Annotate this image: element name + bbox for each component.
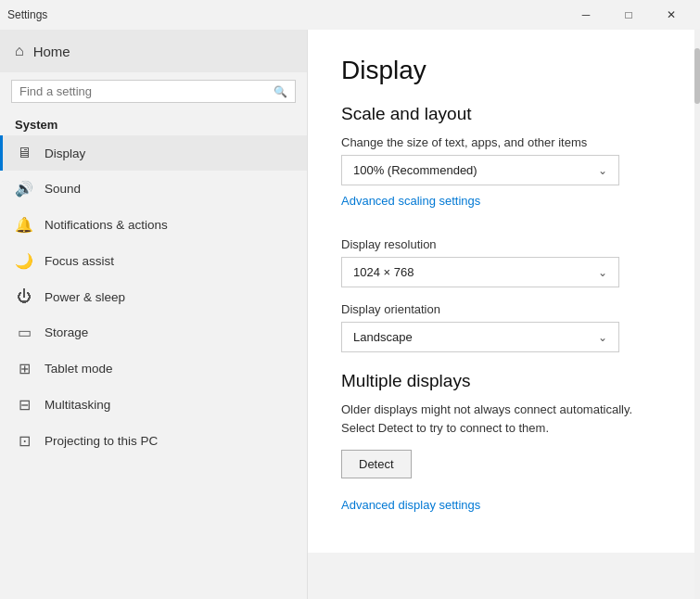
sidebar-item-label: Projecting to this PC xyxy=(45,434,158,448)
sidebar-section-title: System xyxy=(0,110,307,135)
home-label: Home xyxy=(33,44,70,59)
orientation-dropdown-value: Landscape xyxy=(353,330,413,344)
scrollbar-track xyxy=(694,30,700,599)
resolution-field: Display resolution 1024 × 768 ⌄ xyxy=(341,237,667,287)
sidebar-item-label: Power & sleep xyxy=(45,290,125,304)
scale-dropdown-value: 100% (Recommended) xyxy=(353,163,477,177)
sidebar-item-storage[interactable]: ▭ Storage xyxy=(0,314,307,350)
page-title: Display xyxy=(341,56,667,85)
app-body: ⌂ Home 🔍 System 🖥 Display 🔊 Sound 🔔 Noti… xyxy=(0,30,700,599)
sidebar-item-display[interactable]: 🖥 Display xyxy=(0,135,307,171)
sidebar-item-label: Storage xyxy=(45,325,88,339)
sidebar-item-label: Focus assist xyxy=(45,254,114,268)
search-icon: 🔍 xyxy=(274,85,287,98)
sidebar-item-label: Multitasking xyxy=(45,398,110,412)
sidebar-item-focus[interactable]: 🌙 Focus assist xyxy=(0,243,307,279)
maximize-button[interactable]: □ xyxy=(607,0,650,30)
sidebar-item-tablet[interactable]: ⊞ Tablet mode xyxy=(0,350,307,387)
titlebar-title: Settings xyxy=(7,8,565,21)
resolution-label: Display resolution xyxy=(341,237,667,251)
multiple-displays-info: Older displays might not always connect … xyxy=(341,401,667,437)
tablet-icon: ⊞ xyxy=(15,360,33,377)
orientation-dropdown-arrow: ⌄ xyxy=(598,331,607,344)
resolution-dropdown[interactable]: 1024 × 768 ⌄ xyxy=(341,257,619,287)
main-wrapper: Display Scale and layout Change the size… xyxy=(308,30,700,599)
scale-dropdown[interactable]: 100% (Recommended) ⌄ xyxy=(341,155,619,185)
orientation-field: Display orientation Landscape ⌄ xyxy=(341,302,667,352)
detect-button[interactable]: Detect xyxy=(341,450,412,478)
power-icon: ⏻ xyxy=(15,288,33,305)
sidebar-item-power[interactable]: ⏻ Power & sleep xyxy=(0,279,307,314)
info-text-2: Select Detect to try to connect to them. xyxy=(341,421,549,435)
notifications-icon: 🔔 xyxy=(15,216,33,234)
titlebar: Settings ─ □ ✕ xyxy=(0,0,700,30)
scale-dropdown-arrow: ⌄ xyxy=(598,164,607,177)
sidebar-item-label: Notifications & actions xyxy=(45,218,168,232)
search-box: 🔍 xyxy=(11,80,296,103)
scrollbar-thumb[interactable] xyxy=(694,48,700,104)
minimize-button[interactable]: ─ xyxy=(565,0,607,30)
display-icon: 🖥 xyxy=(15,145,33,161)
focus-icon: 🌙 xyxy=(15,252,33,270)
resolution-dropdown-value: 1024 × 768 xyxy=(353,265,414,279)
multitasking-icon: ⊟ xyxy=(15,396,33,414)
sidebar-item-notifications[interactable]: 🔔 Notifications & actions xyxy=(0,207,307,243)
resolution-dropdown-arrow: ⌄ xyxy=(598,266,607,279)
advanced-display-link[interactable]: Advanced display settings xyxy=(341,498,480,512)
search-input[interactable] xyxy=(19,84,274,98)
projecting-icon: ⊡ xyxy=(15,432,33,450)
main-content: Display Scale and layout Change the size… xyxy=(308,30,700,553)
scale-section-title: Scale and layout xyxy=(341,104,667,124)
sidebar-item-label: Sound xyxy=(45,182,81,196)
sidebar-item-sound[interactable]: 🔊 Sound xyxy=(0,171,307,207)
close-button[interactable]: ✕ xyxy=(650,0,693,30)
sound-icon: 🔊 xyxy=(15,180,33,198)
info-text-1: Older displays might not always connect … xyxy=(341,402,632,416)
orientation-label: Display orientation xyxy=(341,302,667,316)
advanced-scaling-link[interactable]: Advanced scaling settings xyxy=(341,194,480,208)
sidebar-item-multitasking[interactable]: ⊟ Multitasking xyxy=(0,387,307,423)
storage-icon: ▭ xyxy=(15,324,33,341)
titlebar-controls: ─ □ ✕ xyxy=(565,0,693,30)
scale-label: Change the size of text, apps, and other… xyxy=(341,135,667,149)
sidebar-item-label: Tablet mode xyxy=(45,362,113,376)
sidebar-home-item[interactable]: ⌂ Home xyxy=(0,30,307,72)
orientation-dropdown[interactable]: Landscape ⌄ xyxy=(341,322,619,352)
multiple-displays-section: Multiple displays Older displays might n… xyxy=(341,371,667,527)
sidebar-item-projecting[interactable]: ⊡ Projecting to this PC xyxy=(0,423,307,459)
sidebar: ⌂ Home 🔍 System 🖥 Display 🔊 Sound 🔔 Noti… xyxy=(0,30,308,599)
sidebar-item-label: Display xyxy=(45,147,85,160)
multiple-displays-title: Multiple displays xyxy=(341,371,667,391)
home-icon: ⌂ xyxy=(15,43,24,59)
